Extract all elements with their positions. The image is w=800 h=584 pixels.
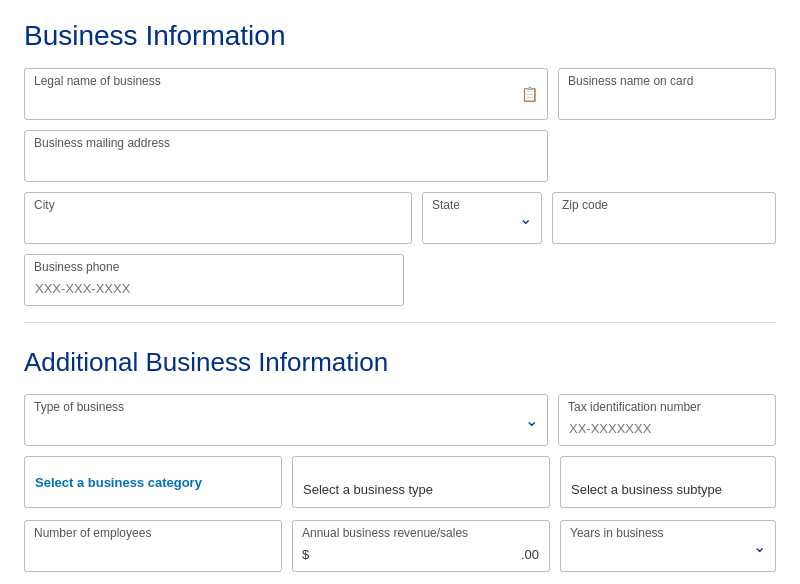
business-category-field[interactable]: Select a business category bbox=[24, 456, 282, 508]
business-name-card-field[interactable]: Business name on card bbox=[558, 68, 776, 120]
business-category-link[interactable]: Select a business category bbox=[35, 475, 271, 490]
revenue-input[interactable] bbox=[292, 520, 550, 572]
tax-id-input[interactable] bbox=[558, 394, 776, 446]
row-emp-rev-years: Number of employees Annual business reve… bbox=[24, 520, 776, 572]
row-category-type-sub: Select a business category Select a busi… bbox=[24, 456, 776, 510]
section-divider bbox=[24, 322, 776, 323]
legal-name-field[interactable]: Legal name of business 📋 bbox=[24, 68, 548, 120]
business-phone-field[interactable]: Business phone bbox=[24, 254, 404, 306]
city-input[interactable] bbox=[24, 192, 412, 244]
row-legal-card: Legal name of business 📋 Business name o… bbox=[24, 68, 776, 120]
row-address: Business mailing address bbox=[24, 130, 776, 182]
tax-id-field[interactable]: Tax identification number bbox=[558, 394, 776, 446]
years-in-business-select[interactable] bbox=[560, 520, 776, 572]
business-type-field[interactable]: Select a business type bbox=[292, 456, 550, 510]
revenue-field[interactable]: Annual business revenue/sales $ bbox=[292, 520, 550, 572]
business-name-card-input[interactable] bbox=[558, 68, 776, 120]
business-subtype-label: Select a business subtype bbox=[560, 456, 776, 508]
zip-field[interactable]: Zip code bbox=[552, 192, 776, 244]
zip-input[interactable] bbox=[552, 192, 776, 244]
mailing-address-input[interactable] bbox=[24, 130, 548, 182]
business-subtype-field[interactable]: Select a business subtype bbox=[560, 456, 776, 510]
employees-input[interactable] bbox=[24, 520, 282, 572]
additional-business-info-section: Additional Business Information Type of … bbox=[24, 347, 776, 572]
legal-name-input[interactable] bbox=[24, 68, 548, 120]
city-field[interactable]: City bbox=[24, 192, 412, 244]
mailing-address-field[interactable]: Business mailing address bbox=[24, 130, 548, 182]
row-city-state-zip: City State ⌄ Zip code bbox=[24, 192, 776, 244]
business-phone-input[interactable] bbox=[24, 254, 404, 306]
row-phone: Business phone bbox=[24, 254, 776, 306]
employees-field[interactable]: Number of employees bbox=[24, 520, 282, 572]
page-title: Business Information bbox=[24, 20, 776, 52]
state-field[interactable]: State ⌄ bbox=[422, 192, 542, 244]
additional-title: Additional Business Information bbox=[24, 347, 776, 378]
type-of-business-field[interactable]: Type of business ⌄ bbox=[24, 394, 548, 446]
state-select[interactable] bbox=[422, 192, 542, 244]
years-in-business-field[interactable]: Years in business ⌄ bbox=[560, 520, 776, 572]
business-info-section: Business Information Legal name of busin… bbox=[24, 20, 776, 306]
type-of-business-select[interactable] bbox=[24, 394, 548, 446]
business-type-label: Select a business type bbox=[292, 456, 550, 508]
row-type-tax: Type of business ⌄ Tax identification nu… bbox=[24, 394, 776, 446]
dollar-sign: $ bbox=[302, 547, 309, 562]
